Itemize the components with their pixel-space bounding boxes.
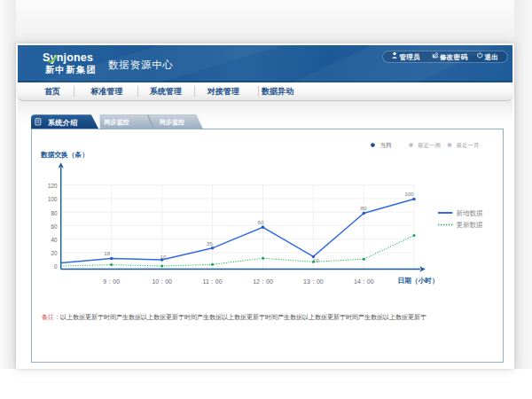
svg-text:系统介绍: 系统介绍 [47,118,77,127]
svg-text:13：00: 13：00 [303,278,324,285]
svg-text:40: 40 [51,237,58,243]
svg-text:同步监控: 同步监控 [160,119,184,126]
svg-text:10：00: 10：00 [152,278,172,285]
svg-text:0: 0 [54,263,58,270]
svg-text:35: 35 [207,240,213,246]
svg-text:当日: 当日 [380,142,392,148]
svg-text:60: 60 [51,223,58,230]
svg-text:日期（小时）: 日期（小时） [398,277,439,285]
svg-text:新增数据: 新增数据 [457,209,484,217]
svg-text:12：00: 12：00 [253,278,273,285]
svg-text:9：00: 9：00 [103,278,120,285]
svg-text:14：00: 14：00 [354,278,374,285]
svg-text:120: 120 [48,183,58,189]
svg-text:同步监控: 同步监控 [105,119,129,126]
svg-text:20: 20 [51,250,58,256]
svg-text:更新数据: 更新数据 [457,221,484,229]
svg-text:10: 10 [313,257,319,263]
svg-text:60: 60 [258,219,264,225]
svg-text:18: 18 [104,250,110,256]
svg-text:10: 10 [160,254,167,260]
svg-text:80: 80 [361,205,367,211]
svg-text:100: 100 [404,191,414,197]
svg-text:最近一月: 最近一月 [457,142,480,149]
svg-text:100: 100 [48,196,58,202]
svg-text:数据交换（条）: 数据交换（条） [40,151,89,159]
svg-text:80: 80 [51,210,58,216]
svg-text:最近一周: 最近一周 [418,142,441,148]
svg-text:11：00: 11：00 [203,278,223,285]
